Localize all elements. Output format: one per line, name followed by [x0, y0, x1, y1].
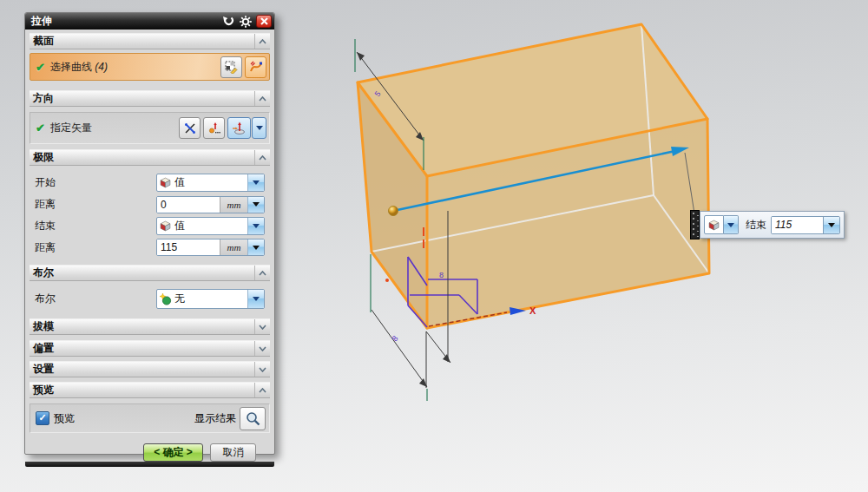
chevron-down-icon — [256, 126, 263, 134]
end-mode-combo[interactable]: 值 — [156, 217, 265, 235]
arrow-down-icon — [828, 223, 835, 231]
vector-origin-handle[interactable] — [389, 207, 398, 216]
chevron-down-icon — [253, 297, 260, 305]
onscreen-end-label: 结束 — [746, 218, 766, 233]
dimension-label-mid: 8 — [439, 271, 444, 279]
group-header-draft[interactable]: 拔模 — [30, 318, 270, 335]
magnifier-icon — [246, 411, 260, 426]
group-header-section-label: 截面 — [30, 34, 254, 49]
chevron-down-icon — [253, 224, 260, 232]
group-header-boolean-label: 布尔 — [30, 266, 254, 280]
start-distance-field[interactable]: mm — [156, 196, 265, 213]
sketch-point-mark — [385, 279, 389, 282]
select-curve-row[interactable]: ✔ 选择曲线 (4) — [30, 53, 270, 81]
end-distance-unit: mm — [220, 239, 247, 255]
arrow-down-icon — [253, 202, 260, 210]
extrude-dialog: 拉伸 — [24, 12, 275, 455]
collapse-chevron-down-icon[interactable] — [254, 362, 270, 377]
cube-icon — [157, 220, 174, 232]
group-header-direction[interactable]: 方向 — [30, 90, 270, 107]
end-mode-dropdown-button[interactable] — [247, 218, 264, 234]
group-header-direction-label: 方向 — [30, 91, 254, 106]
start-distance-label: 距离 — [35, 197, 156, 212]
group-header-offset[interactable]: 偏置 — [30, 340, 270, 357]
boolean-label: 布尔 — [35, 292, 156, 306]
select-curve-label: 选择曲线 (4) — [50, 60, 218, 75]
select-curve-count: (4) — [95, 61, 108, 73]
dialog-reset-button[interactable] — [220, 15, 236, 28]
start-label: 开始 — [35, 175, 156, 190]
group-header-preview[interactable]: 预览 — [30, 382, 270, 398]
cube-icon — [157, 177, 174, 188]
collapse-chevron-up-icon[interactable] — [254, 150, 270, 165]
reverse-direction-icon — [184, 122, 196, 134]
start-mode-dropdown-button[interactable] — [247, 174, 264, 191]
end-distance-input[interactable] — [157, 239, 220, 255]
vector-dialog-button[interactable] — [203, 117, 225, 139]
curve-select-button[interactable] — [245, 56, 266, 78]
dimension-label-bottom: 8 — [391, 334, 400, 343]
specify-vector-label: 指定矢量 — [50, 121, 176, 135]
start-mode-combo[interactable]: 值 — [156, 174, 265, 192]
end-mode-value: 值 — [174, 219, 247, 233]
cube-icon — [708, 220, 720, 231]
onscreen-end-input[interactable] — [772, 217, 823, 233]
toolbar-panel: 结束 — [700, 211, 845, 239]
inferred-vector-button[interactable] — [227, 117, 251, 139]
inferred-vector-icon — [232, 121, 247, 135]
gear-icon — [240, 16, 252, 28]
limit-mode-dropdown[interactable] — [724, 215, 739, 234]
collapse-chevron-up-icon[interactable] — [254, 91, 270, 106]
sketch-section-icon — [225, 61, 238, 74]
end-label: 结束 — [35, 219, 156, 233]
vector-type-dropdown[interactable] — [252, 117, 266, 139]
chevron-down-icon — [253, 180, 260, 188]
preview-row: ✓ 预览 显示结果 — [30, 403, 270, 433]
boolean-none-icon — [157, 293, 174, 305]
green-check-icon: ✔ — [36, 121, 45, 134]
boolean-combo[interactable]: 无 — [156, 289, 265, 309]
specify-vector-row: ✔ 指定矢量 — [30, 112, 270, 144]
start-mode-value: 值 — [174, 175, 247, 190]
ok-button[interactable]: < 确定 > — [143, 443, 203, 462]
undo-arrow-icon — [222, 16, 234, 27]
collapse-chevron-down-icon[interactable] — [254, 319, 270, 334]
group-header-offset-label: 偏置 — [30, 341, 254, 356]
collapse-chevron-up-icon[interactable] — [254, 383, 270, 397]
dialog-options-button[interactable] — [238, 15, 253, 28]
limit-mode-button[interactable] — [704, 215, 724, 234]
start-distance-input[interactable] — [157, 197, 220, 213]
dialog-close-button[interactable] — [256, 15, 272, 28]
group-header-section[interactable]: 截面 — [30, 33, 270, 49]
boolean-dropdown-button[interactable] — [247, 290, 264, 308]
end-distance-field[interactable]: mm — [156, 239, 265, 256]
group-header-draft-label: 拔模 — [30, 319, 254, 334]
vector-dialog-icon — [208, 122, 220, 134]
onscreen-end-field[interactable] — [771, 216, 840, 234]
group-header-limits[interactable]: 极限 — [30, 149, 270, 166]
start-distance-row: 距离 mm — [30, 195, 270, 213]
end-distance-spinner[interactable] — [247, 239, 264, 255]
arrow-down-icon — [253, 246, 260, 253]
preview-checkbox[interactable]: ✓ — [36, 411, 49, 425]
chevron-down-icon — [727, 223, 734, 231]
group-header-settings-label: 设置 — [30, 362, 254, 377]
group-header-settings[interactable]: 设置 — [30, 361, 270, 377]
start-distance-spinner[interactable] — [247, 197, 264, 213]
onscreen-end-spinner[interactable] — [823, 217, 839, 233]
collapse-chevron-down-icon[interactable] — [254, 341, 270, 356]
cancel-button[interactable]: 取消 — [210, 443, 256, 462]
curve-icon — [249, 60, 263, 74]
collapse-chevron-up-icon[interactable] — [254, 34, 270, 49]
group-header-boolean[interactable]: 布尔 — [30, 265, 270, 281]
start-row: 开始 值 — [30, 174, 270, 192]
collapse-chevron-up-icon[interactable] — [254, 266, 270, 280]
toolbar-drag-handle[interactable] — [690, 210, 700, 239]
end-row: 结束 值 — [30, 217, 270, 235]
dialog-titlebar[interactable]: 拉伸 — [25, 13, 274, 30]
show-result-button[interactable] — [240, 407, 266, 430]
sketch-section-button[interactable] — [220, 56, 242, 78]
dialog-title: 拉伸 — [31, 14, 219, 29]
end-distance-label: 距离 — [35, 240, 156, 255]
reverse-direction-button[interactable] — [179, 117, 201, 139]
